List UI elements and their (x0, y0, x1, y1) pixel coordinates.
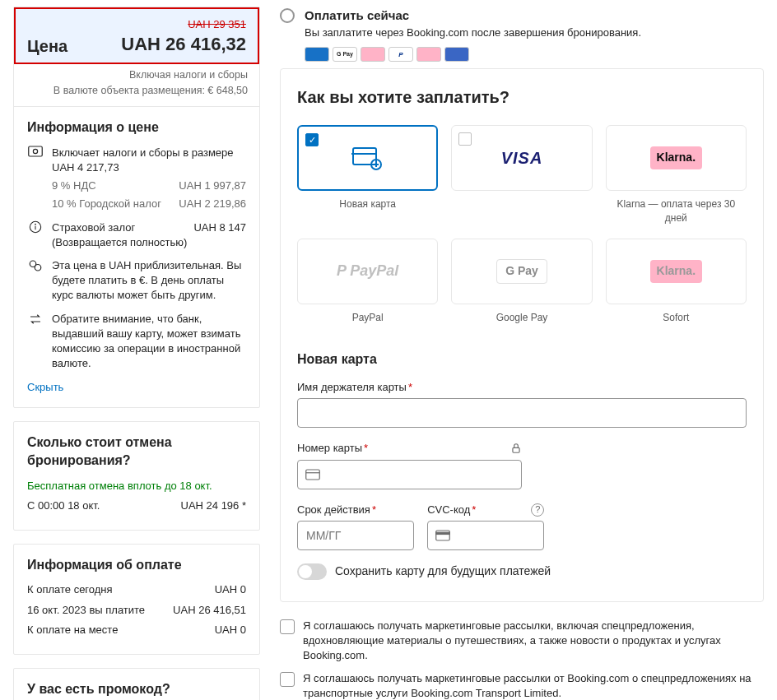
price-summary-card: Цена UAH 29 351 UAH 26 416,32 Включая на… (13, 7, 260, 408)
klarna-icon (361, 47, 385, 62)
method-gpay[interactable]: G Pay (451, 239, 592, 304)
paypal-logo: P PayPal (337, 261, 398, 281)
save-card-label: Сохранить карту для будущих платежей (335, 563, 551, 580)
method-klarna-30[interactable]: Klarna. (606, 125, 747, 191)
method-new-card[interactable]: ✓ (297, 125, 438, 191)
consent-checkbox-2[interactable] (280, 672, 295, 687)
visa-logo: VISA (501, 146, 543, 169)
price-label: Цена (27, 35, 67, 58)
exchange-icon (27, 312, 44, 372)
hide-link[interactable]: Скрыть (27, 381, 63, 393)
gpay-icon (333, 47, 357, 62)
klarna-icon (416, 47, 441, 62)
method-label: Klarna — оплата через 30 дней (606, 197, 747, 225)
price-original: UAH 29 351 (121, 17, 246, 32)
klarna-grey-logo: Klarna. (650, 260, 702, 283)
card-icon (305, 47, 329, 62)
pay-row: К оплате сегодня UAH 0 (27, 582, 246, 597)
card-back-icon (435, 530, 450, 541)
cancel-title: Сколько стоит отмена бронирования? (27, 433, 246, 471)
card-number-input[interactable] (297, 460, 522, 489)
price-info-title: Информация о цене (27, 118, 246, 137)
pay-method-icons: P (305, 47, 764, 62)
svg-rect-12 (513, 448, 519, 453)
currency-icon (27, 258, 44, 304)
pay-now-title: Оплатить сейчас (305, 7, 764, 24)
payment-heading: Как вы хотите заплатить? (297, 86, 747, 109)
checkmark-icon: ✓ (305, 133, 319, 146)
promo-title: У вас есть промокод? (27, 680, 246, 698)
method-paypal[interactable]: P PayPal (297, 239, 438, 304)
svg-rect-0 (29, 146, 43, 156)
price-subtext: Включая налоги и сборы В валюте объекта … (14, 64, 259, 107)
misc-pay-icon (444, 47, 469, 62)
approx-note: Эта цена в UAH приблизительная. Вы будет… (52, 258, 246, 304)
consent-row: Я соглашаюсь получать маркетинговые расс… (280, 619, 764, 664)
money-icon (27, 146, 44, 212)
method-label: Sofort (663, 311, 689, 334)
price-current: UAH 26 416,32 (121, 32, 246, 58)
price-header: Цена UAH 29 351 UAH 26 416,32 (14, 7, 259, 64)
paypal-icon: P (388, 47, 413, 62)
klarna-logo: Klarna. (650, 146, 702, 169)
promo-card: У вас есть промокод? Введите свой промок… (13, 668, 260, 700)
consent-text-2: Я соглашаюсь получать маркетинговые расс… (303, 671, 764, 700)
payment-panel: Как вы хотите заплатить? ✓ Новая карта (280, 68, 764, 602)
cancellation-card: Сколько стоит отмена бронирования? Беспл… (13, 421, 260, 531)
pay-now-option[interactable]: Оплатить сейчас Вы заплатите через Booki… (280, 7, 764, 62)
svg-point-1 (33, 149, 37, 153)
consent-text-1: Я соглашаюсь получать маркетинговые расс… (303, 619, 764, 664)
method-visa[interactable]: VISA (451, 125, 592, 191)
method-label: Google Pay (496, 311, 548, 334)
deposit-value: UAH 8 147 (193, 220, 246, 235)
gpay-logo: G Pay (496, 259, 547, 284)
method-sofort[interactable]: Klarna. (606, 239, 747, 304)
expiry-input[interactable] (297, 521, 414, 550)
method-label: Новая карта (339, 197, 396, 220)
info-icon (27, 220, 44, 250)
lock-icon (510, 443, 522, 454)
free-cancel-line: Бесплатная отмена вплоть до 18 окт. (27, 479, 246, 494)
card-icon (305, 469, 320, 480)
svg-rect-13 (306, 470, 320, 480)
svg-point-4 (35, 224, 36, 225)
pay-now-desc: Вы заплатите через Booking.com после зав… (305, 25, 764, 40)
card-form-title: Новая карта (297, 350, 747, 369)
cardholder-input[interactable] (297, 398, 747, 428)
deposit-label: Страховой залог (52, 220, 135, 235)
payment-info-card: Информация об оплате К оплате сегодня UA… (13, 544, 260, 655)
bank-note: Обратите внимание, что банк, выдавший ва… (52, 312, 246, 372)
card-plus-icon (351, 145, 384, 171)
pay-row: К оплате на месте UAH 0 (27, 623, 246, 637)
svg-point-6 (35, 265, 41, 271)
save-card-toggle[interactable] (297, 563, 327, 580)
checkbox-icon (458, 132, 472, 146)
radio-icon[interactable] (280, 8, 295, 23)
payinfo-title: Информация об оплате (27, 556, 246, 574)
taxes-line: Включает налоги и сборы в размере UAH 4 … (52, 146, 246, 175)
consent-row: Я соглашаюсь получать маркетинговые расс… (280, 671, 764, 700)
svg-rect-16 (436, 532, 450, 534)
help-icon[interactable]: ? (531, 503, 544, 517)
pay-row: 16 окт. 2023 вы платите UAH 26 416,51 (27, 603, 246, 618)
consent-checkbox-1[interactable] (280, 619, 295, 634)
method-label: PayPal (352, 311, 384, 334)
